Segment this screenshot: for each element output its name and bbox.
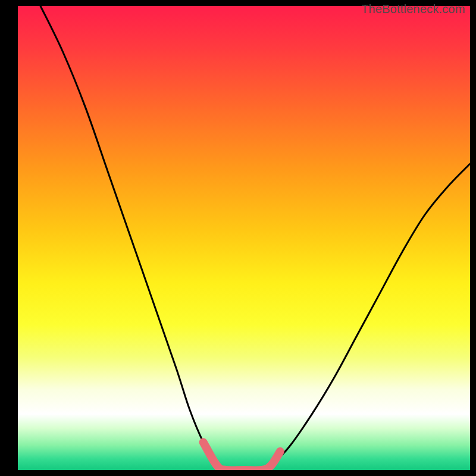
right-curve: [271, 164, 470, 465]
chart-frame: TheBottleneck.com: [0, 0, 476, 476]
left-curve: [40, 6, 217, 465]
curve-layer: [18, 6, 470, 470]
plot-area: [18, 6, 470, 470]
valley-highlight: [203, 442, 280, 470]
watermark-text: TheBottleneck.com: [361, 2, 465, 16]
